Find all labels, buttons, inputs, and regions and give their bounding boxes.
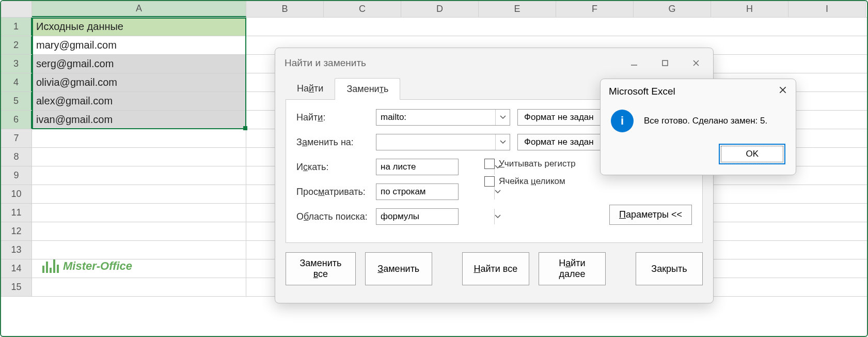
minimize-button[interactable] — [626, 55, 642, 71]
row-header-7[interactable]: 7 — [1, 129, 32, 147]
cell-A15[interactable] — [32, 278, 246, 296]
find-next-button[interactable]: Найти далее — [539, 252, 606, 285]
col-header-H[interactable]: H — [711, 1, 788, 17]
replace-format-button[interactable]: Формат не задан — [517, 134, 603, 150]
tab-replace[interactable]: Заменить — [335, 78, 400, 100]
cell-A5[interactable]: alex@gmail.com — [32, 92, 246, 110]
select-all-corner[interactable] — [1, 1, 32, 17]
cell-A12[interactable] — [32, 222, 246, 240]
row-header-3[interactable]: 3 — [1, 55, 32, 73]
find-format-button[interactable]: Формат не задан — [517, 109, 603, 126]
search-label: Искать: — [296, 162, 369, 173]
scope-select[interactable] — [376, 209, 494, 224]
close-icon[interactable] — [778, 85, 787, 97]
find-label: Найти: — [296, 112, 369, 123]
parameters-button[interactable]: Параметры << — [609, 205, 692, 225]
col-header-D[interactable]: D — [401, 1, 479, 17]
col-header-B[interactable]: B — [246, 1, 324, 17]
case-checkbox[interactable] — [484, 159, 495, 169]
replace-button[interactable]: Заменить — [365, 252, 432, 285]
maximize-button[interactable] — [657, 55, 673, 71]
row-header-6[interactable]: 6 — [1, 111, 32, 129]
search-select[interactable] — [376, 159, 494, 175]
row-header-4[interactable]: 4 — [1, 73, 32, 91]
col-header-G[interactable]: G — [634, 1, 711, 17]
chevron-down-icon[interactable] — [495, 110, 510, 125]
row-header-8[interactable]: 8 — [1, 148, 32, 166]
find-combo[interactable] — [376, 109, 510, 126]
info-icon: i — [611, 110, 634, 132]
row-header-2[interactable]: 2 — [1, 36, 32, 54]
row-header-14[interactable]: 14 — [1, 259, 32, 278]
cell-A4[interactable]: olivia@gmail.com — [32, 73, 246, 91]
dialog-title: Найти и заменить — [285, 57, 366, 69]
col-header-A[interactable]: A — [32, 1, 246, 17]
row-header-12[interactable]: 12 — [1, 222, 32, 240]
row-header-9[interactable]: 9 — [1, 166, 32, 185]
col-header-I[interactable]: I — [788, 1, 866, 17]
watermark: Mister-Office — [42, 259, 132, 273]
col-header-C[interactable]: C — [324, 1, 401, 17]
replace-combo[interactable] — [376, 134, 510, 150]
message-title: Microsoft Excel — [609, 86, 675, 97]
ok-button[interactable]: OK — [719, 144, 785, 164]
cell-A2[interactable]: mary@gmail.com — [32, 36, 246, 54]
cell-A6[interactable]: ivan@gmail.com — [32, 111, 246, 129]
whole-cell-checkbox[interactable] — [484, 176, 495, 187]
scope-combo[interactable] — [376, 208, 459, 225]
col-header-F[interactable]: F — [556, 1, 634, 17]
row-header-11[interactable]: 11 — [1, 204, 32, 222]
look-combo[interactable] — [376, 183, 459, 200]
message-box: Microsoft Excel i Все готово. Сделано за… — [600, 79, 796, 175]
message-text: Все готово. Сделано замен: 5. — [644, 116, 767, 126]
replace-all-button[interactable]: Заменить все — [286, 252, 356, 285]
row-header-10[interactable]: 10 — [1, 185, 32, 203]
replace-label: Заменить на: — [296, 137, 369, 148]
look-label: Просматривать: — [296, 187, 369, 197]
find-all-button[interactable]: Найти все — [462, 252, 529, 285]
search-combo[interactable] — [376, 159, 459, 175]
cell-A9[interactable] — [32, 166, 246, 185]
replace-input[interactable] — [376, 134, 495, 150]
row-header-5[interactable]: 5 — [1, 92, 32, 110]
row-header-1[interactable]: 1 — [1, 18, 32, 36]
close-button[interactable] — [688, 55, 704, 71]
cell-A11[interactable] — [32, 204, 246, 222]
watermark-text: Mister-Office — [63, 259, 132, 273]
whole-cell-label: Ячейка целиком — [499, 176, 565, 187]
look-select[interactable] — [376, 184, 494, 200]
row-header-13[interactable]: 13 — [1, 241, 32, 259]
cell-A7[interactable] — [32, 129, 246, 147]
cell-A1[interactable]: Исходные данные — [32, 18, 246, 36]
row-header-15[interactable]: 15 — [1, 278, 32, 296]
tab-find[interactable]: Найти — [286, 78, 335, 100]
svg-rect-1 — [662, 60, 668, 66]
close-dialog-button[interactable]: Закрыть — [636, 252, 703, 285]
scope-label: Область поиска: — [296, 211, 369, 222]
case-label: Учитывать регистр — [499, 159, 576, 169]
chevron-down-icon[interactable] — [495, 134, 510, 150]
cell-A10[interactable] — [32, 185, 246, 203]
cell-A8[interactable] — [32, 148, 246, 166]
cell-A13[interactable] — [32, 241, 246, 259]
find-input[interactable] — [376, 110, 495, 125]
cell-A3[interactable]: serg@gmail.com — [32, 55, 246, 73]
col-header-E[interactable]: E — [479, 1, 556, 17]
